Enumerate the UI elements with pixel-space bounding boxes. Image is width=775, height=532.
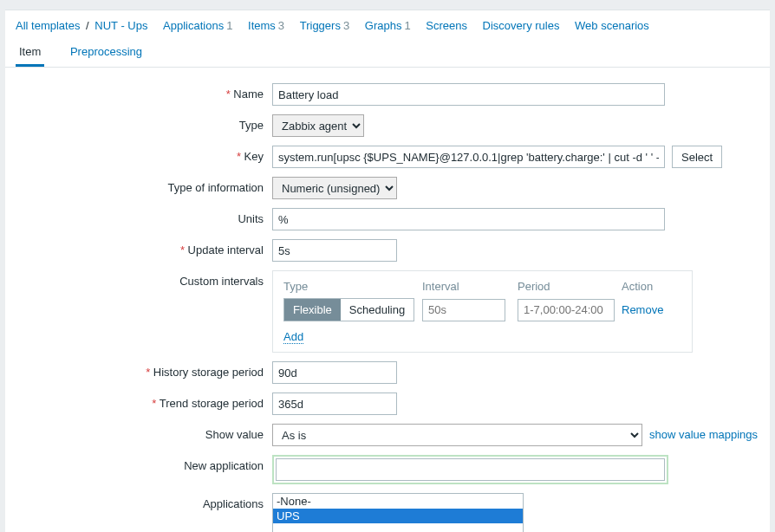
ci-period-input[interactable] [518, 299, 615, 321]
ci-head-interval: Interval [422, 280, 518, 293]
ci-type-segment: Flexible Scheduling [283, 298, 414, 321]
bc-current-template[interactable]: NUT - Ups [94, 19, 147, 32]
ci-interval-input[interactable] [422, 299, 505, 321]
units-input[interactable] [272, 208, 665, 230]
trend-input[interactable] [272, 393, 397, 415]
label-update-interval: Update interval [14, 239, 272, 256]
show-value-mappings-link[interactable]: show value mappings [649, 424, 758, 441]
select-button[interactable]: Select [672, 146, 722, 168]
nav-applications[interactable]: Applications [163, 19, 224, 32]
nav-screens[interactable]: Screens [426, 19, 467, 32]
label-show-value: Show value [14, 424, 272, 441]
name-input[interactable] [272, 83, 665, 106]
nav-graphs[interactable]: Graphs [365, 19, 402, 32]
ci-head-action: Action [622, 280, 681, 293]
bc-all-templates[interactable]: All templates [16, 19, 80, 32]
ci-scheduling-button[interactable]: Scheduling [341, 299, 414, 321]
update-interval-input[interactable] [272, 239, 397, 262]
custom-intervals-box: Type Interval Period Action Flexible Sch… [272, 270, 693, 353]
app-option-none[interactable]: -None- [273, 494, 523, 509]
tab-preprocessing[interactable]: Preprocessing [67, 37, 146, 65]
new-application-input[interactable] [276, 458, 665, 481]
app-option-ups[interactable]: UPS [273, 509, 523, 523]
applications-listbox[interactable]: -None- UPS [272, 493, 524, 532]
type-select[interactable]: Zabbix agent [272, 114, 364, 137]
nav-web-scenarios[interactable]: Web scenarios [575, 19, 649, 32]
show-value-select[interactable]: As is [272, 424, 642, 446]
ci-flexible-button[interactable]: Flexible [284, 299, 341, 321]
key-input[interactable] [272, 146, 665, 168]
nav-triggers[interactable]: Triggers [300, 19, 341, 32]
nav-items[interactable]: Items [248, 19, 276, 32]
ci-add-link[interactable]: Add [283, 330, 303, 344]
label-key: Key [14, 146, 272, 163]
label-info-type: Type of information [14, 177, 272, 194]
ci-head-period: Period [518, 280, 622, 293]
history-input[interactable] [272, 361, 397, 384]
ci-remove-link[interactable]: Remove [622, 303, 663, 316]
tab-item[interactable]: Item [16, 37, 44, 67]
info-type-select[interactable]: Numeric (unsigned) [272, 177, 397, 199]
ci-head-type: Type [283, 280, 422, 293]
nav-discovery[interactable]: Discovery rules [483, 19, 560, 32]
label-trend: Trend storage period [14, 393, 272, 410]
label-history: History storage period [14, 361, 272, 379]
label-custom-intervals: Custom intervals [14, 270, 272, 288]
label-type: Type [14, 114, 272, 132]
label-units: Units [14, 208, 272, 225]
label-new-application: New application [14, 455, 272, 472]
new-application-highlight [272, 455, 668, 484]
breadcrumb: All templates / NUT - Ups Applications1 … [5, 10, 770, 37]
label-applications: Applications [14, 493, 272, 510]
tabs: Item Preprocessing [5, 37, 770, 68]
label-name: Name [14, 83, 272, 101]
